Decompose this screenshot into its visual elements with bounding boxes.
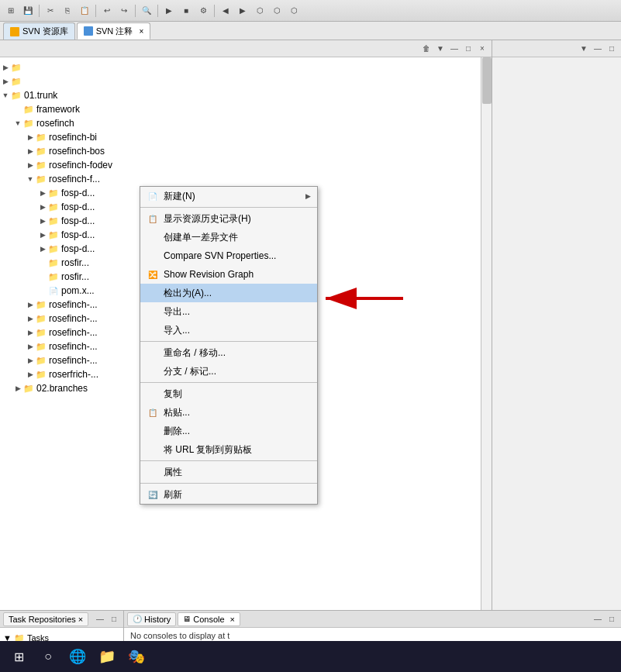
right-panel-menu-btn[interactable]: ▼ xyxy=(578,43,590,55)
menu-item-history[interactable]: 📋 显示资源历史记录(H) xyxy=(140,209,317,228)
tree-toggle-rosefinch-f[interactable]: ▼ xyxy=(25,174,36,184)
tree-item-rosefinch[interactable]: ▼ 📁 rosefinch xyxy=(0,116,492,130)
menu-item-paste[interactable]: 📋 粘贴... xyxy=(140,403,317,422)
menu-item-export[interactable]: 导出... xyxy=(140,302,317,321)
tab-svn-resource[interactable]: SVN 资源库 xyxy=(3,22,75,40)
toolbar-btn-stop[interactable]: ■ xyxy=(178,3,194,19)
console-panel-maximize[interactable]: □ xyxy=(605,613,618,625)
menu-item-branch[interactable]: 分支 / 标记... xyxy=(140,362,317,381)
panel-close-btn[interactable]: × xyxy=(476,43,488,55)
tree-folder-icon-fosp-d5: 📁 xyxy=(48,243,59,254)
tree-item-root2[interactable]: ▶ 📁 xyxy=(0,74,492,88)
menu-item-new[interactable]: 📄 新建(N) ▶ xyxy=(140,187,317,205)
svn-tree-scrollbar-thumb[interactable] xyxy=(482,57,492,104)
toolbar-btn-2[interactable]: 💾 xyxy=(20,3,36,19)
toolbar-btn-settings[interactable]: ⚙ xyxy=(195,3,211,19)
menu-item-copy[interactable]: 复制 xyxy=(140,384,317,403)
tree-item-root1[interactable]: ▶ 📁 xyxy=(0,60,492,74)
tree-toggle-fosp-d5[interactable]: ▶ xyxy=(37,243,48,254)
svn-tree-scrollbar[interactable] xyxy=(481,57,492,610)
history-tab[interactable]: 🕐 History xyxy=(127,612,176,626)
tree-item-rosefinch-f[interactable]: ▼ 📁 rosefinch-f... xyxy=(0,172,492,186)
menu-item-checkout[interactable]: 检出为(A)... xyxy=(140,284,317,302)
toolbar-btn-1[interactable]: ⊞ xyxy=(3,3,19,19)
app-button[interactable]: 🎭 xyxy=(124,644,149,669)
console-close[interactable]: × xyxy=(230,615,235,624)
panel-collapse-btn[interactable]: 🗑 xyxy=(420,43,433,55)
tree-toggle-rosefinch-5[interactable]: ▶ xyxy=(25,341,36,352)
tree-toggle-rosefinch-4[interactable]: ▶ xyxy=(25,327,36,338)
panel-menu-btn[interactable]: ▼ xyxy=(434,43,447,55)
menu-item-copy-url[interactable]: 将 URL 复制到剪贴板 xyxy=(140,440,317,459)
tree-folder-icon-rosefinch-f: 📁 xyxy=(36,174,47,184)
tree-folder-icon-rosfir1: 📁 xyxy=(48,257,59,268)
tree-toggle-rosefinch-bos[interactable]: ▶ xyxy=(25,146,36,157)
tab-svn-annotation[interactable]: SVN 注释 × xyxy=(77,22,151,40)
task-repositories-tab[interactable]: Task Repositories × xyxy=(3,612,88,626)
tree-toggle-fosp-d4[interactable]: ▶ xyxy=(37,229,48,240)
tab-svn-annotation-icon xyxy=(84,26,93,36)
menu-copy-url-icon xyxy=(147,443,159,456)
toolbar-btn-nav2[interactable]: ▶ xyxy=(235,3,250,19)
menu-item-properties[interactable]: 属性 xyxy=(140,463,317,481)
task-panel-minimize[interactable]: — xyxy=(94,613,106,625)
tree-toggle-rosefinch-fodev[interactable]: ▶ xyxy=(25,160,36,171)
menu-item-revision-graph[interactable]: 🔀 Show Revision Graph xyxy=(140,265,317,284)
tree-item-framework[interactable]: 📁 framework xyxy=(0,102,492,116)
toolbar-btn-nav3[interactable]: ⬡ xyxy=(252,3,267,19)
toolbar-btn-nav4[interactable]: ⬡ xyxy=(269,3,285,19)
menu-paste-label: 粘贴... xyxy=(164,406,311,419)
console-tab[interactable]: 🖥 Console × xyxy=(178,612,240,626)
tree-toggle-rosefinch-6[interactable]: ▶ xyxy=(25,355,36,366)
tree-item-rosefinch-bi[interactable]: ▶ 📁 rosefinch-bi xyxy=(0,130,492,144)
tree-label-rosfir2: rosfir... xyxy=(61,271,89,282)
panel-maximize-btn[interactable]: □ xyxy=(462,43,474,55)
tree-toggle-rosefinch-2[interactable]: ▶ xyxy=(25,299,36,310)
task-repositories-close[interactable]: × xyxy=(78,615,83,624)
tree-folder-icon-root1: 📁 xyxy=(11,62,22,73)
folder-button[interactable]: 📁 xyxy=(95,644,119,669)
toolbar-btn-3[interactable]: ✂ xyxy=(43,3,58,19)
toolbar-btn-redo[interactable]: ↪ xyxy=(116,3,132,19)
task-panel-maximize[interactable]: □ xyxy=(108,613,120,625)
start-icon: ⊞ xyxy=(14,650,24,664)
tree-toggle-rosefinch-bi[interactable]: ▶ xyxy=(25,132,36,143)
toolbar-btn-4[interactable]: ⎘ xyxy=(60,3,75,19)
tree-toggle-root1[interactable]: ▶ xyxy=(0,62,11,73)
tree-item-rosefinch-bos[interactable]: ▶ 📁 rosefinch-bos xyxy=(0,144,492,158)
tab-svn-annotation-close[interactable]: × xyxy=(139,27,143,36)
toolbar-sep-5 xyxy=(214,5,215,17)
tree-toggle-rosefinch-3[interactable]: ▶ xyxy=(25,313,36,324)
toolbar-btn-search[interactable]: 🔍 xyxy=(139,3,154,19)
menu-item-refresh[interactable]: 🔄 刷新 xyxy=(140,485,317,504)
tree-toggle-01trunk[interactable]: ▼ xyxy=(0,90,11,101)
tree-toggle-root2[interactable]: ▶ xyxy=(0,76,11,87)
tree-toggle-fosp-d1[interactable]: ▶ xyxy=(37,188,48,198)
right-panel-minimize-btn[interactable]: — xyxy=(592,43,604,55)
toolbar-btn-5[interactable]: 📋 xyxy=(77,3,92,19)
tree-toggle-02branches[interactable]: ▶ xyxy=(12,383,23,394)
start-button[interactable]: ⊞ xyxy=(6,644,31,669)
toolbar-btn-run[interactable]: ▶ xyxy=(161,3,177,19)
tree-toggle-roserfrich[interactable]: ▶ xyxy=(25,369,36,380)
menu-item-delete[interactable]: 删除... xyxy=(140,422,317,440)
tree-toggle-fosp-d2[interactable]: ▶ xyxy=(37,202,48,212)
tree-item-01trunk[interactable]: ▼ 📁 01.trunk xyxy=(0,88,492,102)
tab-svn-annotation-label: SVN 注释 xyxy=(96,26,133,37)
menu-item-compare-svn[interactable]: Compare SVN Properties... xyxy=(140,246,317,265)
right-panel-maximize-btn[interactable]: □ xyxy=(605,43,618,55)
search-button[interactable]: ○ xyxy=(36,644,60,669)
panel-minimize-btn[interactable]: — xyxy=(448,43,461,55)
menu-item-rename[interactable]: 重命名 / 移动... xyxy=(140,343,317,362)
toolbar-btn-nav5[interactable]: ⬡ xyxy=(286,3,302,19)
menu-item-diff[interactable]: 创建单一差异文件 xyxy=(140,228,317,246)
edge-button[interactable]: 🌐 xyxy=(65,644,90,669)
tree-item-rosefinch-fodev[interactable]: ▶ 📁 rosefinch-fodev xyxy=(0,158,492,172)
menu-rename-icon xyxy=(147,346,159,359)
tree-toggle-fosp-d3[interactable]: ▶ xyxy=(37,215,48,226)
tree-toggle-rosefinch[interactable]: ▼ xyxy=(12,118,23,129)
toolbar-btn-nav1[interactable]: ◀ xyxy=(218,3,233,19)
menu-item-import[interactable]: 导入... xyxy=(140,321,317,339)
toolbar-btn-undo[interactable]: ↩ xyxy=(99,3,115,19)
console-panel-minimize[interactable]: — xyxy=(592,613,604,625)
